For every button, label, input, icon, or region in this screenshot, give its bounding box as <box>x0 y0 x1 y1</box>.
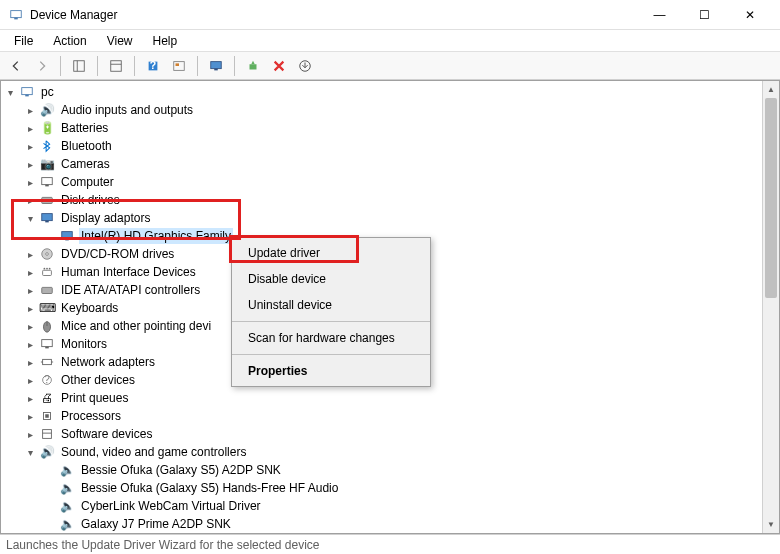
camera-icon: 📷 <box>39 156 55 172</box>
tree-item-batteries[interactable]: ▸ 🔋 Batteries <box>1 119 779 137</box>
update-driver-button[interactable] <box>293 54 317 78</box>
tree-label: Disk drives <box>59 192 122 208</box>
show-hide-tree-button[interactable] <box>67 54 91 78</box>
scroll-thumb[interactable] <box>765 98 777 298</box>
chevron-down-icon[interactable]: ▾ <box>23 211 37 225</box>
svg-rect-23 <box>65 239 69 241</box>
context-uninstall-device[interactable]: Uninstall device <box>232 292 430 318</box>
svg-rect-35 <box>43 359 52 364</box>
tree-item-software[interactable]: ▸ Software devices <box>1 425 779 443</box>
desktop-icon <box>39 174 55 190</box>
bluetooth-icon <box>39 138 55 154</box>
tree-label: Display adaptors <box>59 210 152 226</box>
tree-item-sound-device[interactable]: ▸ 🔈 CyberLink WebCam Virtual Driver <box>1 497 779 515</box>
properties-button[interactable] <box>104 54 128 78</box>
svg-text:?: ? <box>150 59 156 71</box>
close-button[interactable]: ✕ <box>727 0 772 30</box>
vertical-scrollbar[interactable]: ▲ ▼ <box>762 81 779 533</box>
chevron-down-icon[interactable]: ▾ <box>23 445 37 459</box>
svg-rect-18 <box>42 197 53 203</box>
tree-label: Bluetooth <box>59 138 114 154</box>
svg-rect-33 <box>42 340 53 347</box>
chevron-right-icon[interactable]: ▸ <box>23 121 37 135</box>
svg-rect-41 <box>45 414 49 418</box>
context-disable-device[interactable]: Disable device <box>232 266 430 292</box>
chevron-right-icon[interactable]: ▸ <box>23 373 37 387</box>
maximize-button[interactable]: ☐ <box>682 0 727 30</box>
action-button[interactable] <box>167 54 191 78</box>
chevron-right-icon[interactable]: ▸ <box>23 193 37 207</box>
tree-item-computer[interactable]: ▸ Computer <box>1 173 779 191</box>
chevron-right-icon[interactable]: ▸ <box>23 283 37 297</box>
tree-label: Network adapters <box>59 354 157 370</box>
chevron-right-icon[interactable]: ▸ <box>23 427 37 441</box>
menu-help[interactable]: Help <box>143 32 188 50</box>
svg-point-19 <box>49 200 51 202</box>
speaker-icon: 🔈 <box>59 480 75 496</box>
chevron-right-icon[interactable]: ▸ <box>23 265 37 279</box>
tree-item-disk-drives[interactable]: ▸ Disk drives <box>1 191 779 209</box>
svg-point-29 <box>49 268 51 270</box>
menubar: File Action View Help <box>0 30 780 52</box>
tree-label: Computer <box>59 174 116 190</box>
tree-item-sound-device[interactable]: ▸ 🔈 Galaxy J7 Prime A2DP SNK <box>1 515 779 533</box>
speaker-warning-icon: 🔈 <box>59 516 75 532</box>
minimize-button[interactable]: — <box>637 0 682 30</box>
menu-view[interactable]: View <box>97 32 143 50</box>
chevron-right-icon[interactable]: ▸ <box>23 355 37 369</box>
tree-label: Human Interface Devices <box>59 264 198 280</box>
disk-icon <box>39 192 55 208</box>
tree-root[interactable]: ▾ pc <box>1 83 779 101</box>
forward-button[interactable] <box>30 54 54 78</box>
svg-rect-17 <box>45 185 49 187</box>
chevron-down-icon[interactable]: ▾ <box>3 85 17 99</box>
scroll-up-button[interactable]: ▲ <box>763 81 779 98</box>
tree-item-display-adaptors[interactable]: ▾ Display adaptors <box>1 209 779 227</box>
enable-device-button[interactable] <box>241 54 265 78</box>
tree-item-sound-device[interactable]: ▸ 🔈 Galaxy J7 Prime Hands-Free HF Audio <box>1 533 779 534</box>
help-button[interactable]: ? <box>141 54 165 78</box>
scroll-down-button[interactable]: ▼ <box>763 516 779 533</box>
tree-item-print-queues[interactable]: ▸ 🖨 Print queues <box>1 389 779 407</box>
back-button[interactable] <box>4 54 28 78</box>
mouse-icon <box>39 318 55 334</box>
chevron-right-icon[interactable]: ▸ <box>23 247 37 261</box>
chevron-right-icon[interactable]: ▸ <box>23 319 37 333</box>
tree-item-audio-io[interactable]: ▸ 🔊 Audio inputs and outputs <box>1 101 779 119</box>
chevron-right-icon[interactable]: ▸ <box>23 301 37 315</box>
toolbar-separator <box>234 56 235 76</box>
context-separator <box>232 321 430 322</box>
monitor-icon <box>39 336 55 352</box>
network-icon <box>39 354 55 370</box>
tree-label: Cameras <box>59 156 112 172</box>
menu-action[interactable]: Action <box>43 32 96 50</box>
svg-point-28 <box>46 268 48 270</box>
scan-hardware-button[interactable] <box>204 54 228 78</box>
tree-item-processors[interactable]: ▸ Processors <box>1 407 779 425</box>
tree-item-sound-device[interactable]: ▸ 🔈 Bessie Ofuka (Galaxy S5) A2DP SNK <box>1 461 779 479</box>
chevron-right-icon[interactable]: ▸ <box>23 103 37 117</box>
chevron-right-icon[interactable]: ▸ <box>23 337 37 351</box>
svg-rect-11 <box>214 68 218 70</box>
chevron-right-icon[interactable]: ▸ <box>23 157 37 171</box>
svg-rect-30 <box>42 287 53 293</box>
tree-label: CyberLink WebCam Virtual Driver <box>79 498 263 514</box>
statusbar: Launches the Update Driver Wizard for th… <box>0 534 780 554</box>
tree-item-cameras[interactable]: ▸ 📷 Cameras <box>1 155 779 173</box>
context-properties[interactable]: Properties <box>232 358 430 384</box>
context-scan-hardware[interactable]: Scan for hardware changes <box>232 325 430 351</box>
keyboard-icon: ⌨ <box>39 300 55 316</box>
disable-device-button[interactable] <box>267 54 291 78</box>
chevron-right-icon[interactable]: ▸ <box>23 175 37 189</box>
context-update-driver[interactable]: Update driver <box>232 240 430 266</box>
cpu-icon <box>39 408 55 424</box>
chevron-right-icon[interactable]: ▸ <box>23 139 37 153</box>
software-icon <box>39 426 55 442</box>
tree-item-sound-device[interactable]: ▸ 🔈 Bessie Ofuka (Galaxy S5) Hands-Free … <box>1 479 779 497</box>
toolbar-separator <box>97 56 98 76</box>
tree-item-sound[interactable]: ▾ 🔊 Sound, video and game controllers <box>1 443 779 461</box>
chevron-right-icon[interactable]: ▸ <box>23 391 37 405</box>
menu-file[interactable]: File <box>4 32 43 50</box>
tree-item-bluetooth[interactable]: ▸ Bluetooth <box>1 137 779 155</box>
chevron-right-icon[interactable]: ▸ <box>23 409 37 423</box>
